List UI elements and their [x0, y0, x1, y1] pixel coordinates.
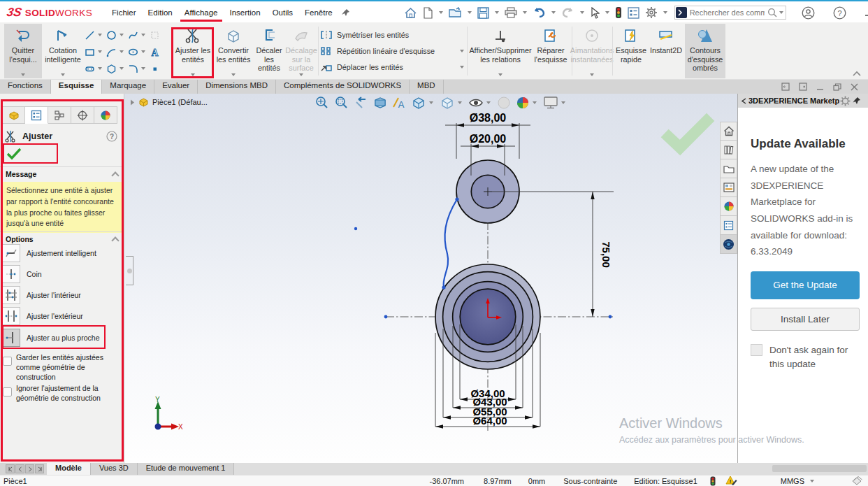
circle-caret[interactable]: [120, 34, 124, 36]
doc-minimize-icon[interactable]: [816, 83, 824, 91]
save-caret[interactable]: [495, 11, 499, 14]
trim-caret[interactable]: [191, 73, 195, 76]
dont-ask-checkbox[interactable]: [751, 344, 762, 356]
3dexperience-tab-icon[interactable]: [720, 235, 737, 254]
command-search[interactable]: [674, 6, 786, 20]
pm-help-icon[interactable]: ?: [106, 131, 117, 142]
tab-complements[interactable]: Compléments de SOLIDWORKS: [276, 80, 410, 94]
fillet-caret[interactable]: [141, 67, 145, 70]
ribbon-shaded-contours[interactable]: Contours d'esquisse ombrés: [685, 24, 725, 78]
line-tool[interactable]: [82, 27, 104, 43]
tab-fonctions[interactable]: Fonctions: [0, 80, 51, 94]
option-corner[interactable]: Coin: [2, 264, 121, 285]
status-tag-icon[interactable]: [852, 476, 862, 485]
home-tab-icon[interactable]: [720, 122, 737, 141]
status-sketch-edit-icon[interactable]: !: [725, 476, 737, 486]
dim20-label[interactable]: Ø20,00: [470, 133, 507, 145]
pm-ok-button[interactable]: [6, 147, 22, 161]
dock-left-icon[interactable]: [781, 83, 790, 91]
status-rebuild-icon[interactable]: [710, 476, 716, 486]
ribbon-convert-entities[interactable]: Convertir les entités: [215, 24, 252, 78]
ellipse-caret[interactable]: [141, 50, 145, 53]
options-list-button[interactable]: [626, 6, 641, 20]
open-button[interactable]: [447, 6, 463, 20]
search-caret[interactable]: [779, 11, 783, 14]
collapse-chevron-icon[interactable]: [741, 98, 747, 104]
configurations-tab[interactable]: [48, 106, 71, 124]
exit-sketch-caret[interactable]: [21, 73, 25, 76]
polygon-tool[interactable]: [104, 60, 126, 77]
undo-caret[interactable]: [551, 11, 556, 14]
file-explorer-tab-icon[interactable]: [720, 159, 737, 178]
new-document-caret[interactable]: [439, 11, 443, 14]
install-later-button[interactable]: Install Later: [751, 308, 860, 331]
text-tool[interactable]: A: [147, 43, 169, 60]
tab-mbd[interactable]: MBD: [410, 80, 444, 94]
redo-button[interactable]: [560, 6, 576, 20]
search-icon[interactable]: [767, 8, 778, 18]
message-collapse-chevron[interactable]: [111, 171, 119, 179]
get-update-button[interactable]: Get the Update: [751, 271, 860, 299]
view-palette-tab-icon[interactable]: [720, 178, 737, 197]
undo-button[interactable]: [531, 6, 547, 20]
settings-caret[interactable]: [663, 11, 667, 14]
select-button[interactable]: [588, 6, 601, 20]
pin-task-pane-icon[interactable]: [853, 97, 861, 105]
custom-properties-tab-icon[interactable]: [720, 216, 737, 235]
keep-construction-row[interactable]: Garder les entités ajustées comme géomét…: [3, 352, 122, 383]
menu-edition[interactable]: Edition: [148, 8, 173, 17]
ribbon-repair-sketch[interactable]: Réparer l'esquisse: [532, 24, 570, 78]
rectangle-caret[interactable]: [98, 50, 102, 53]
tab-etude-mouvement[interactable]: Etude de mouvement 1: [138, 463, 235, 475]
convert-caret[interactable]: [231, 73, 236, 76]
open-caret[interactable]: [468, 11, 472, 14]
menu-fenetre[interactable]: Fenêtre: [305, 8, 333, 17]
design-library-tab-icon[interactable]: [720, 141, 737, 159]
arc-tool[interactable]: [104, 43, 126, 60]
ribbon-trim-entities[interactable]: Ajuster les entités: [173, 24, 212, 78]
option-trim-closest[interactable]: Ajuster au plus proche: [2, 327, 121, 348]
ellipse-tool[interactable]: [126, 43, 147, 60]
print-button[interactable]: [503, 6, 519, 20]
tab-esquisse[interactable]: Esquisse: [51, 80, 103, 94]
point-tool[interactable]: [147, 60, 169, 77]
prev-tab-button[interactable]: [15, 464, 24, 473]
ribbon-instant2d[interactable]: Instant2D: [649, 24, 683, 78]
propertymanager-tab[interactable]: [25, 106, 48, 124]
dock-right-icon[interactable]: [799, 83, 807, 91]
move-entities-caret[interactable]: [460, 66, 464, 69]
last-tab-button[interactable]: [35, 464, 44, 473]
sketch-drawing[interactable]: Ø38,00 Ø20,00 75,00: [124, 94, 737, 463]
task-pane-gear-icon[interactable]: [840, 96, 851, 106]
status-units[interactable]: MMGS: [781, 477, 804, 485]
pin-menu-icon[interactable]: [341, 8, 351, 17]
ribbon-smart-dimension[interactable]: Cotation intelligente: [43, 24, 82, 78]
spline-caret[interactable]: [141, 34, 145, 36]
arc-caret[interactable]: [120, 50, 124, 53]
user-account-icon[interactable]: [802, 6, 815, 20]
minimize-button[interactable]: [865, 8, 868, 17]
line-caret[interactable]: [98, 34, 102, 36]
search-input[interactable]: [687, 8, 767, 17]
dim64-label[interactable]: Ø64,00: [472, 415, 507, 427]
doc-close-icon[interactable]: [851, 83, 858, 91]
menu-fichier[interactable]: Fichier: [112, 8, 136, 17]
ignore-construction-row[interactable]: Ignorer l'ajustement de la géométrie de …: [3, 383, 122, 403]
collapse-ribbon-chevron[interactable]: [853, 71, 861, 76]
ribbon-offset-entities[interactable]: Décaler les entités: [253, 24, 285, 78]
polygon-caret[interactable]: [120, 67, 124, 70]
rectangle-tool[interactable]: [82, 43, 104, 60]
print-caret[interactable]: [523, 11, 527, 14]
confirmation-check-icon[interactable]: [669, 121, 707, 148]
slot-tool[interactable]: [82, 60, 104, 77]
tab-dimensions-mbd[interactable]: Dimensions MBD: [198, 80, 276, 94]
3d-sketch-tool[interactable]: [147, 27, 169, 43]
ignore-construction-checkbox[interactable]: [3, 387, 12, 396]
ribbon-mirror-entities[interactable]: Symétriser les entités: [320, 27, 465, 43]
spline-entity[interactable]: [444, 199, 457, 287]
menu-affichage[interactable]: Affichage: [185, 8, 218, 17]
settings-gear-button[interactable]: [644, 5, 659, 20]
first-tab-button[interactable]: [6, 464, 15, 473]
save-button[interactable]: [476, 6, 491, 20]
dim75-label[interactable]: 75,00: [600, 241, 612, 268]
